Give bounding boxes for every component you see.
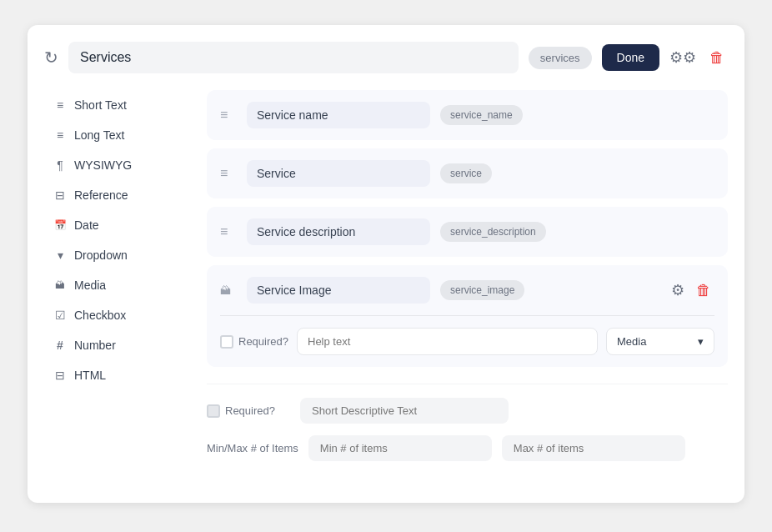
- field-type-icon: ≡: [220, 166, 237, 181]
- required-checkbox[interactable]: [220, 335, 233, 349]
- main-container: services Done ⚙ 🗑 ≡ Short Text ≡ Long Te…: [28, 25, 744, 503]
- chevron-down-icon: ▾: [698, 335, 704, 348]
- sidebar-item-media[interactable]: 🏔 Media: [44, 270, 194, 300]
- minmax-label: Min/Max # of Items: [207, 442, 298, 454]
- sidebar-item-html[interactable]: ⊟ HTML: [44, 360, 194, 390]
- short-desc-input[interactable]: [300, 398, 509, 424]
- sidebar-item-dropdown[interactable]: ▾ Dropdown: [44, 240, 194, 270]
- checkbox-icon: ☑: [53, 308, 68, 323]
- collection-slug: services: [529, 47, 592, 69]
- type-select-label: Media: [617, 335, 646, 348]
- sidebar-item-label: Media: [74, 279, 106, 292]
- field-service-image: 🏔 service_image ⚙ 🗑 Required? Me: [207, 265, 728, 367]
- long-text-icon: ≡: [53, 128, 68, 143]
- min-items-input[interactable]: [308, 435, 492, 461]
- sidebar-item-label: Reference: [74, 188, 128, 202]
- required-text: Required?: [225, 404, 275, 417]
- sidebar-item-long-text[interactable]: ≡ Long Text: [44, 120, 194, 150]
- sidebar-item-checkbox[interactable]: ☑ Checkbox: [44, 300, 194, 330]
- field-slug: service_name: [440, 105, 523, 125]
- bottom-required-checkbox[interactable]: [207, 404, 220, 418]
- sidebar-item-label: Long Text: [74, 128, 124, 142]
- required-label: Required?: [238, 335, 288, 348]
- sidebar-item-label: Date: [74, 218, 99, 232]
- type-select[interactable]: Media ▾: [606, 328, 714, 355]
- help-text-input[interactable]: [297, 328, 598, 355]
- field-slug: service_image: [440, 280, 524, 300]
- reference-icon: ⊟: [53, 188, 68, 203]
- field-service: ≡ service: [207, 148, 728, 198]
- bottom-section: Required? Min/Max # of Items: [207, 384, 728, 486]
- gear-icon: ⚙: [669, 49, 696, 66]
- sidebar-item-label: Dropdown: [74, 248, 128, 262]
- sidebar: ≡ Short Text ≡ Long Text ¶ WYSIWYG ⊟ Ref…: [44, 90, 207, 486]
- number-icon: #: [53, 338, 68, 353]
- date-icon: 📅: [53, 218, 68, 233]
- dropdown-icon: ▾: [53, 248, 68, 263]
- html-icon: ⊟: [53, 368, 68, 383]
- done-button[interactable]: Done: [602, 44, 659, 71]
- sidebar-item-number[interactable]: # Number: [44, 330, 194, 360]
- field-type-icon: ≡: [220, 108, 237, 123]
- fields-area: ≡ service_name ≡ service ≡ service_de: [207, 90, 728, 486]
- field-header: ≡ service_name: [220, 102, 714, 128]
- sidebar-item-label: HTML: [74, 369, 106, 382]
- sidebar-item-date[interactable]: 📅 Date: [44, 210, 194, 240]
- sidebar-item-short-text[interactable]: ≡ Short Text: [44, 90, 194, 120]
- field-name-input[interactable]: [247, 160, 430, 187]
- sidebar-item-label: Number: [74, 339, 116, 352]
- field-service-name: ≡ service_name: [207, 90, 728, 140]
- sidebar-item-wysiwyg[interactable]: ¶ WYSIWYG: [44, 150, 194, 180]
- content-area: ≡ Short Text ≡ Long Text ¶ WYSIWYG ⊟ Ref…: [44, 90, 728, 486]
- field-header: 🏔 service_image ⚙ 🗑: [220, 277, 714, 304]
- short-text-icon: ≡: [53, 98, 68, 113]
- field-type-icon: ≡: [220, 224, 237, 239]
- media-icon: 🏔: [53, 278, 68, 293]
- required-checkbox-label[interactable]: Required?: [220, 335, 288, 349]
- field-service-description: ≡ service_description: [207, 207, 728, 257]
- field-header: ≡ service: [220, 160, 714, 187]
- max-items-input[interactable]: [502, 435, 685, 461]
- field-name-input[interactable]: [247, 277, 430, 304]
- field-slug: service_description: [440, 222, 546, 242]
- required-row: Required?: [207, 398, 728, 424]
- wysiwyg-icon: ¶: [53, 158, 68, 173]
- sidebar-item-label: WYSIWYG: [74, 158, 132, 172]
- minmax-row: Min/Max # of Items: [207, 435, 728, 461]
- delete-collection-button[interactable]: 🗑: [706, 46, 728, 70]
- sidebar-item-label: Checkbox: [74, 309, 126, 322]
- field-settings-button[interactable]: ⚙: [668, 278, 688, 303]
- field-delete-button[interactable]: 🗑: [693, 279, 714, 303]
- sidebar-item-label: Short Text: [74, 98, 127, 112]
- sidebar-item-reference[interactable]: ⊟ Reference: [44, 180, 194, 210]
- refresh-icon: [44, 48, 58, 68]
- header-actions: Done ⚙ 🗑: [602, 44, 728, 71]
- field-slug: service: [440, 163, 492, 183]
- header: services Done ⚙ 🗑: [44, 42, 728, 73]
- field-expanded-options: Required? Media ▾: [220, 315, 714, 355]
- field-header: ≡ service_description: [220, 218, 714, 245]
- collection-title-input[interactable]: [68, 42, 519, 73]
- field-name-input[interactable]: [247, 102, 430, 128]
- trash-icon: 🗑: [709, 49, 724, 66]
- field-actions: ⚙ 🗑: [668, 278, 714, 303]
- settings-button[interactable]: ⚙: [666, 45, 699, 70]
- field-name-input[interactable]: [247, 218, 430, 245]
- bottom-required-label[interactable]: Required?: [207, 404, 290, 418]
- media-field-icon: 🏔: [220, 284, 237, 297]
